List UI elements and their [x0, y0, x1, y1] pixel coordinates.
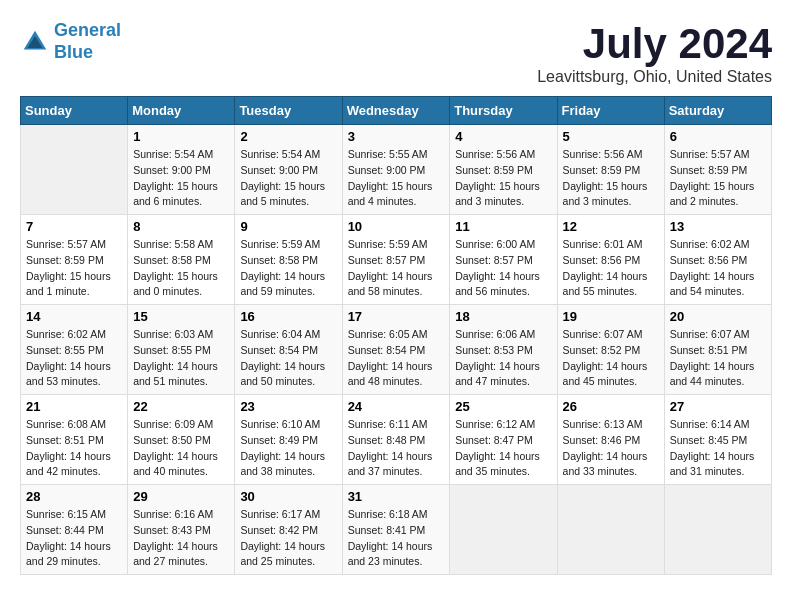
calendar-cell: 1Sunrise: 5:54 AM Sunset: 9:00 PM Daylig… [128, 125, 235, 215]
day-info: Sunrise: 5:54 AM Sunset: 9:00 PM Dayligh… [240, 147, 336, 210]
day-header-friday: Friday [557, 97, 664, 125]
calendar-cell [21, 125, 128, 215]
day-header-wednesday: Wednesday [342, 97, 450, 125]
day-info: Sunrise: 6:00 AM Sunset: 8:57 PM Dayligh… [455, 237, 551, 300]
day-info: Sunrise: 6:08 AM Sunset: 8:51 PM Dayligh… [26, 417, 122, 480]
day-info: Sunrise: 5:54 AM Sunset: 9:00 PM Dayligh… [133, 147, 229, 210]
day-number: 25 [455, 399, 551, 414]
day-number: 18 [455, 309, 551, 324]
calendar-cell: 20Sunrise: 6:07 AM Sunset: 8:51 PM Dayli… [664, 305, 771, 395]
day-info: Sunrise: 5:59 AM Sunset: 8:57 PM Dayligh… [348, 237, 445, 300]
calendar-cell: 11Sunrise: 6:00 AM Sunset: 8:57 PM Dayli… [450, 215, 557, 305]
day-info: Sunrise: 6:17 AM Sunset: 8:42 PM Dayligh… [240, 507, 336, 570]
day-header-thursday: Thursday [450, 97, 557, 125]
day-info: Sunrise: 5:59 AM Sunset: 8:58 PM Dayligh… [240, 237, 336, 300]
calendar-cell: 3Sunrise: 5:55 AM Sunset: 9:00 PM Daylig… [342, 125, 450, 215]
calendar-cell: 14Sunrise: 6:02 AM Sunset: 8:55 PM Dayli… [21, 305, 128, 395]
day-number: 6 [670, 129, 766, 144]
calendar-cell: 23Sunrise: 6:10 AM Sunset: 8:49 PM Dayli… [235, 395, 342, 485]
day-number: 5 [563, 129, 659, 144]
day-info: Sunrise: 6:12 AM Sunset: 8:47 PM Dayligh… [455, 417, 551, 480]
day-info: Sunrise: 5:56 AM Sunset: 8:59 PM Dayligh… [563, 147, 659, 210]
day-number: 17 [348, 309, 445, 324]
day-info: Sunrise: 5:57 AM Sunset: 8:59 PM Dayligh… [26, 237, 122, 300]
calendar-cell: 8Sunrise: 5:58 AM Sunset: 8:58 PM Daylig… [128, 215, 235, 305]
calendar-cell: 26Sunrise: 6:13 AM Sunset: 8:46 PM Dayli… [557, 395, 664, 485]
day-header-sunday: Sunday [21, 97, 128, 125]
day-number: 20 [670, 309, 766, 324]
calendar-cell: 4Sunrise: 5:56 AM Sunset: 8:59 PM Daylig… [450, 125, 557, 215]
day-info: Sunrise: 6:10 AM Sunset: 8:49 PM Dayligh… [240, 417, 336, 480]
calendar-cell [664, 485, 771, 575]
calendar-cell: 30Sunrise: 6:17 AM Sunset: 8:42 PM Dayli… [235, 485, 342, 575]
day-number: 21 [26, 399, 122, 414]
calendar-cell: 13Sunrise: 6:02 AM Sunset: 8:56 PM Dayli… [664, 215, 771, 305]
day-info: Sunrise: 6:04 AM Sunset: 8:54 PM Dayligh… [240, 327, 336, 390]
title-block: July 2024 Leavittsburg, Ohio, United Sta… [537, 20, 772, 86]
day-number: 8 [133, 219, 229, 234]
day-info: Sunrise: 5:56 AM Sunset: 8:59 PM Dayligh… [455, 147, 551, 210]
calendar-cell: 10Sunrise: 5:59 AM Sunset: 8:57 PM Dayli… [342, 215, 450, 305]
calendar-cell: 31Sunrise: 6:18 AM Sunset: 8:41 PM Dayli… [342, 485, 450, 575]
day-number: 3 [348, 129, 445, 144]
day-number: 31 [348, 489, 445, 504]
day-info: Sunrise: 6:14 AM Sunset: 8:45 PM Dayligh… [670, 417, 766, 480]
location: Leavittsburg, Ohio, United States [537, 68, 772, 86]
day-number: 27 [670, 399, 766, 414]
calendar-cell: 15Sunrise: 6:03 AM Sunset: 8:55 PM Dayli… [128, 305, 235, 395]
calendar-cell: 25Sunrise: 6:12 AM Sunset: 8:47 PM Dayli… [450, 395, 557, 485]
day-number: 16 [240, 309, 336, 324]
logo-text: General Blue [54, 20, 121, 63]
calendar-cell: 16Sunrise: 6:04 AM Sunset: 8:54 PM Dayli… [235, 305, 342, 395]
calendar-cell: 24Sunrise: 6:11 AM Sunset: 8:48 PM Dayli… [342, 395, 450, 485]
day-header-tuesday: Tuesday [235, 97, 342, 125]
day-number: 4 [455, 129, 551, 144]
day-number: 19 [563, 309, 659, 324]
calendar-week-row: 1Sunrise: 5:54 AM Sunset: 9:00 PM Daylig… [21, 125, 772, 215]
day-number: 22 [133, 399, 229, 414]
day-info: Sunrise: 6:07 AM Sunset: 8:52 PM Dayligh… [563, 327, 659, 390]
day-number: 23 [240, 399, 336, 414]
calendar-week-row: 21Sunrise: 6:08 AM Sunset: 8:51 PM Dayli… [21, 395, 772, 485]
day-number: 14 [26, 309, 122, 324]
day-info: Sunrise: 6:03 AM Sunset: 8:55 PM Dayligh… [133, 327, 229, 390]
calendar-cell: 21Sunrise: 6:08 AM Sunset: 8:51 PM Dayli… [21, 395, 128, 485]
calendar-cell [557, 485, 664, 575]
day-info: Sunrise: 6:18 AM Sunset: 8:41 PM Dayligh… [348, 507, 445, 570]
month-title: July 2024 [537, 20, 772, 68]
day-number: 7 [26, 219, 122, 234]
day-info: Sunrise: 6:02 AM Sunset: 8:56 PM Dayligh… [670, 237, 766, 300]
day-info: Sunrise: 5:55 AM Sunset: 9:00 PM Dayligh… [348, 147, 445, 210]
day-info: Sunrise: 6:06 AM Sunset: 8:53 PM Dayligh… [455, 327, 551, 390]
day-number: 24 [348, 399, 445, 414]
day-info: Sunrise: 6:01 AM Sunset: 8:56 PM Dayligh… [563, 237, 659, 300]
day-info: Sunrise: 5:58 AM Sunset: 8:58 PM Dayligh… [133, 237, 229, 300]
day-info: Sunrise: 6:16 AM Sunset: 8:43 PM Dayligh… [133, 507, 229, 570]
calendar-cell: 18Sunrise: 6:06 AM Sunset: 8:53 PM Dayli… [450, 305, 557, 395]
calendar-cell: 12Sunrise: 6:01 AM Sunset: 8:56 PM Dayli… [557, 215, 664, 305]
day-info: Sunrise: 6:11 AM Sunset: 8:48 PM Dayligh… [348, 417, 445, 480]
calendar-cell: 28Sunrise: 6:15 AM Sunset: 8:44 PM Dayli… [21, 485, 128, 575]
day-number: 13 [670, 219, 766, 234]
day-number: 11 [455, 219, 551, 234]
calendar-week-row: 7Sunrise: 5:57 AM Sunset: 8:59 PM Daylig… [21, 215, 772, 305]
day-number: 15 [133, 309, 229, 324]
day-info: Sunrise: 6:13 AM Sunset: 8:46 PM Dayligh… [563, 417, 659, 480]
calendar-table: SundayMondayTuesdayWednesdayThursdayFrid… [20, 96, 772, 575]
day-number: 12 [563, 219, 659, 234]
day-number: 2 [240, 129, 336, 144]
day-number: 30 [240, 489, 336, 504]
calendar-cell: 9Sunrise: 5:59 AM Sunset: 8:58 PM Daylig… [235, 215, 342, 305]
calendar-cell: 17Sunrise: 6:05 AM Sunset: 8:54 PM Dayli… [342, 305, 450, 395]
logo: General Blue [20, 20, 121, 63]
day-number: 29 [133, 489, 229, 504]
day-number: 1 [133, 129, 229, 144]
page-header: General Blue July 2024 Leavittsburg, Ohi… [20, 20, 772, 86]
day-header-monday: Monday [128, 97, 235, 125]
calendar-week-row: 28Sunrise: 6:15 AM Sunset: 8:44 PM Dayli… [21, 485, 772, 575]
day-header-saturday: Saturday [664, 97, 771, 125]
day-info: Sunrise: 6:15 AM Sunset: 8:44 PM Dayligh… [26, 507, 122, 570]
day-number: 26 [563, 399, 659, 414]
calendar-body: 1Sunrise: 5:54 AM Sunset: 9:00 PM Daylig… [21, 125, 772, 575]
day-info: Sunrise: 5:57 AM Sunset: 8:59 PM Dayligh… [670, 147, 766, 210]
